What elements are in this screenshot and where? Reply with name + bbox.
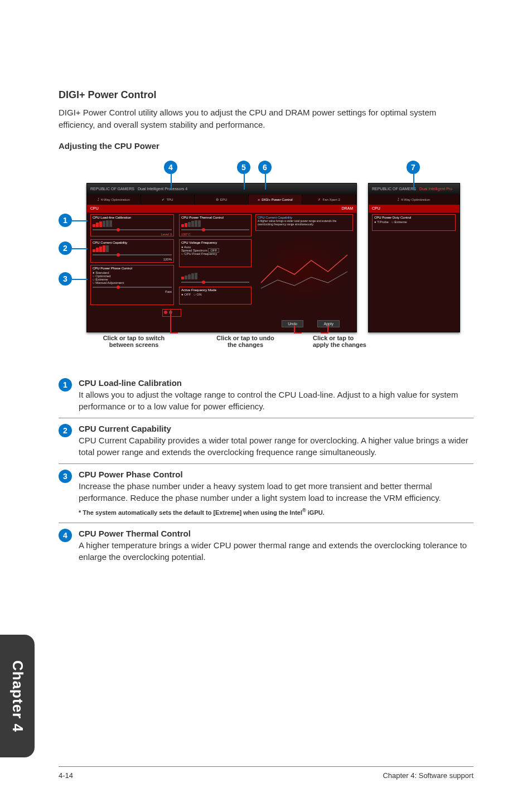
page-footer: 4-14 Chapter 4: Software support [59,766,473,780]
marker-2: 2 [59,241,72,255]
panel-voltfreq[interactable]: CPU Voltage Frequency ● Auto Spread Spec… [179,239,252,257]
sub-heading: Adjusting the CPU Power [59,141,473,151]
tab-tpu[interactable]: ✔TPU [141,195,195,205]
tabs-2: ⤴4-Way Optimization [369,195,460,205]
marker-6-line [265,174,266,190]
marker-7: 7 [407,161,420,174]
callout-row-1: 1 CPU Load-line Calibration It allows yo… [59,373,473,418]
callout-num-2: 2 [59,424,72,437]
annotated-diagram: 4 5 6 7 1 2 3 REPUBLIC OF GAMERS Dual In… [59,161,473,361]
app-title: Dual Intelligent Processors 4 [138,187,187,191]
callout-title-3: CPU Power Phase Control [79,468,473,480]
callout-title-4: CPU Power Thermal Control [79,528,473,539]
callout-num-3: 3 [59,470,72,483]
marker-1: 1 [59,214,72,227]
caption-apply: Click or tap to apply the changes [313,335,396,348]
marker-2-line [72,248,88,249]
panel-current[interactable]: CPU Current Capability 120% [90,239,174,263]
callout-note-3: * The system automatically sets the defa… [79,507,473,517]
panel-duty[interactable]: CPU Power Duty Control ● T.Probe ○ Extre… [372,214,456,225]
callout-body-3: Increase the phase number under a heavy … [79,481,441,503]
panel-activefreq[interactable]: Active Frequency Mode ● OFF ○ ON [179,287,252,298]
section-intro: DIGI+ Power Control utility allows you t… [59,107,473,131]
footer-chapter: Chapter 4: Software support [383,771,473,780]
marker-5: 5 [237,161,250,174]
marker-4-line [171,174,172,190]
callout-body-4: A higher temperature brings a wider CPU … [79,540,467,562]
graph-area [255,233,353,305]
main-screenshot: REPUBLIC OF GAMERS Dual Intelligent Proc… [86,183,357,332]
callout-title-1: CPU Load-line Calibration [79,377,473,389]
panel-freq-bars [179,270,252,287]
chapter-side-tab: Chapter 4 [0,635,35,757]
brand-label: REPUBLIC OF GAMERS [90,187,134,191]
marker-4: 4 [164,161,177,174]
callout-title-2: CPU Current Capability [79,423,473,434]
callout-num-4: 4 [59,529,72,542]
dram-label[interactable]: DRAM [341,206,353,210]
panel-cap-tooltip: CPU Current Capability A higher value br… [255,214,353,228]
callout-row-4: 4 CPU Power Thermal Control A higher tem… [59,523,473,568]
callout-num-1: 1 [59,378,72,392]
panel-loadline[interactable]: CPU Load-line Calibration Level 3 [90,214,174,238]
panel-phase[interactable]: CPU Power Phase Control ● Standard ○ Opt… [90,265,174,295]
marker-5-line [244,174,245,190]
tab-epu[interactable]: ⚙EPU [195,195,249,205]
callout-row-3: 3 CPU Power Phase Control Increase the p… [59,464,473,523]
cpu-label[interactable]: CPU [90,206,99,210]
marker-1-line [72,220,88,221]
right-screenshot: REPUBLIC OF GAMERS Dual Intelligent Pro … [368,183,460,332]
marker-7-line [413,174,414,190]
tab-4way-2[interactable]: ⤴4-Way Optimization [369,195,460,205]
callout-body-1: It allows you to adjust the voltage rang… [79,390,458,411]
caption-undo: Click or tap to undo the changes [204,335,287,348]
callouts-list: 1 CPU Load-line Calibration It allows yo… [59,373,473,568]
marker-3: 3 [59,272,72,286]
callout-row-2: 2 CPU Current Capability CPU Current Cap… [59,418,473,464]
marker-6: 6 [258,161,272,174]
footer-page-num: 4-14 [59,771,73,780]
callout-body-2: CPU Current Capability provides a wider … [79,436,468,457]
app-topbar: REPUBLIC OF GAMERS Dual Intelligent Proc… [87,183,356,195]
cpu-row-2: CPU [369,205,460,212]
tab-4way[interactable]: ⤴4-Way Optimization [87,195,141,205]
marker-3-line [72,279,88,280]
main-tabs: ⤴4-Way Optimization ✔TPU ⚙EPU ■DIGI+ Pow… [87,195,356,205]
panel-thermal[interactable]: CPU Power Thermal Control 130°C [179,214,252,238]
cpu-row: CPU DRAM [87,205,356,212]
caption-switch: Click or tap to switch between screens [92,335,176,348]
section-title: DIGI+ Power Control [59,89,473,101]
tab-digi[interactable]: ■DIGI+ Power Control [249,195,303,205]
chapter-side-label: Chapter 4 [9,660,26,732]
tab-fan[interactable]: ✗Fan Xpert 2 [302,195,356,205]
